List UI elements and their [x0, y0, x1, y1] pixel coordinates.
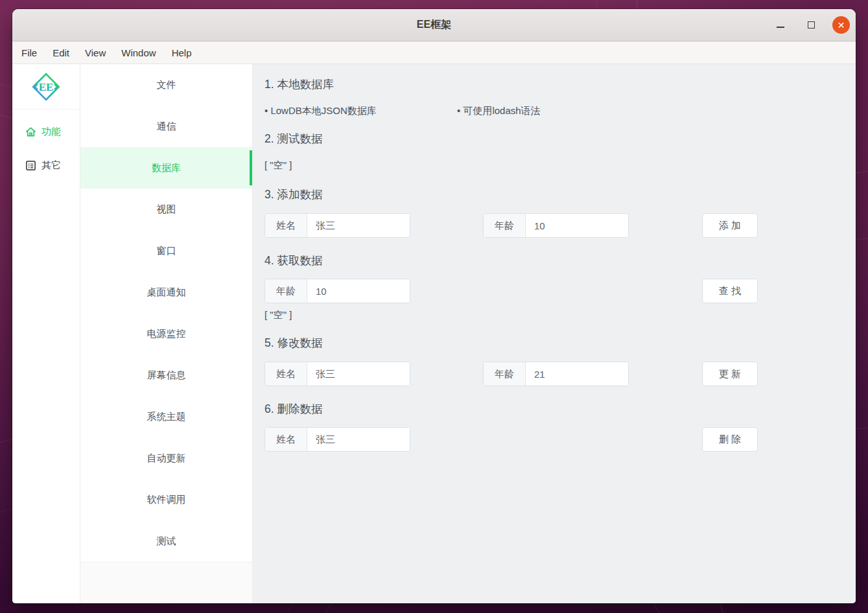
submenu-item-software-call[interactable]: 软件调用	[80, 479, 252, 520]
get-age-label: 年龄	[265, 279, 307, 303]
add-data-row: 姓名 年龄 添 加	[264, 213, 835, 238]
minimize-button[interactable]	[771, 16, 790, 34]
get-data-row: 年龄 查 找	[264, 279, 835, 303]
delete-data-row: 姓名 删 除	[264, 427, 835, 452]
get-age-input[interactable]	[307, 279, 410, 303]
update-name-input[interactable]	[307, 362, 410, 386]
menu-bar: File Edit View Window Help	[12, 41, 856, 64]
add-button[interactable]: 添 加	[702, 213, 758, 238]
home-icon	[25, 126, 37, 138]
sidebar-item-label: 其它	[41, 159, 61, 172]
titlebar: EE框架 ✕	[12, 9, 856, 41]
menu-file[interactable]: File	[14, 44, 45, 62]
local-db-bullets: • LowDB本地JSON数据库 • 可使用lodash语法	[264, 105, 844, 117]
window-title: EE框架	[417, 18, 451, 32]
update-age-input[interactable]	[526, 362, 629, 386]
submenu-item-screen-info[interactable]: 屏幕信息	[80, 354, 252, 396]
sidebar-item-other[interactable]: 其它	[12, 150, 80, 181]
submenu-item-auto-update[interactable]: 自动更新	[80, 437, 252, 479]
app-logo: EE	[12, 64, 80, 110]
submenu-item-notification[interactable]: 桌面通知	[80, 272, 252, 313]
section-heading-local-db: 1. 本地数据库	[264, 76, 844, 92]
menu-edit[interactable]: Edit	[45, 44, 77, 62]
close-button[interactable]: ✕	[832, 16, 850, 34]
svg-text:EE: EE	[39, 81, 54, 93]
update-data-row: 姓名 年龄 更 新	[264, 362, 835, 386]
submenu-item-system-theme[interactable]: 系统主题	[80, 396, 252, 437]
maximize-icon	[808, 21, 815, 29]
minimize-icon	[777, 27, 784, 28]
section-heading-delete-data: 6. 删除数据	[264, 401, 844, 417]
primary-nav: 功能 其它	[12, 110, 80, 181]
app-window: EE框架 ✕ File Edit View Window Help	[12, 9, 856, 603]
search-button[interactable]: 查 找	[702, 279, 758, 303]
test-data-output: [ "空" ]	[264, 159, 844, 171]
submenu-footer	[80, 562, 252, 603]
update-button[interactable]: 更 新	[702, 362, 758, 386]
submenu-item-test[interactable]: 测试	[80, 520, 252, 562]
get-age-group: 年龄	[264, 279, 410, 303]
update-age-group: 年龄	[483, 362, 629, 386]
get-data-output: [ "空" ]	[264, 309, 844, 321]
submenu-item-communication[interactable]: 通信	[80, 106, 252, 147]
update-age-label: 年龄	[484, 362, 526, 386]
ee-logo-icon: EE	[31, 72, 61, 102]
bullet-lodash: • 可使用lodash语法	[457, 105, 541, 117]
main-pane: 1. 本地数据库 • LowDB本地JSON数据库 • 可使用lodash语法 …	[253, 64, 856, 603]
submenu-item-file[interactable]: 文件	[80, 64, 252, 106]
sidebar-item-features[interactable]: 功能	[12, 116, 80, 147]
submenu-item-database[interactable]: 数据库	[80, 147, 252, 189]
menu-view[interactable]: View	[77, 44, 113, 62]
update-name-group: 姓名	[264, 362, 410, 386]
menu-help[interactable]: Help	[164, 44, 200, 62]
bullet-lowdb: • LowDB本地JSON数据库	[264, 105, 457, 117]
submenu-item-view[interactable]: 视图	[80, 189, 252, 230]
delete-name-group: 姓名	[264, 427, 410, 452]
menu-window[interactable]: Window	[113, 44, 163, 62]
submenu-item-window[interactable]: 窗口	[80, 230, 252, 272]
maximize-button[interactable]	[802, 16, 820, 34]
section-heading-test-data: 2. 测试数据	[264, 131, 844, 146]
add-name-input[interactable]	[307, 214, 410, 237]
section-heading-update-data: 5. 修改数据	[264, 335, 844, 351]
update-name-label: 姓名	[265, 362, 307, 386]
add-age-input[interactable]	[526, 214, 629, 237]
delete-name-label: 姓名	[265, 428, 307, 451]
delete-name-input[interactable]	[307, 428, 410, 451]
add-age-label: 年龄	[484, 214, 526, 237]
list-icon	[25, 159, 37, 172]
add-age-group: 年龄	[483, 213, 629, 238]
section-heading-add-data: 3. 添加数据	[264, 187, 844, 202]
submenu-item-power-monitor[interactable]: 电源监控	[80, 313, 252, 354]
close-icon: ✕	[838, 20, 845, 29]
delete-button[interactable]: 删 除	[702, 427, 758, 452]
section-heading-get-data: 4. 获取数据	[264, 253, 844, 268]
add-name-label: 姓名	[265, 214, 307, 237]
window-controls: ✕	[771, 9, 850, 41]
add-name-group: 姓名	[264, 213, 410, 238]
content-area: EE 功能	[12, 64, 856, 603]
primary-sidebar: EE 功能	[12, 64, 80, 603]
secondary-sidebar: 文件 通信 数据库 视图 窗口 桌面通知 电源监控 屏幕信息 系统主题 自动更新…	[80, 64, 253, 603]
sidebar-item-label: 功能	[41, 126, 61, 138]
